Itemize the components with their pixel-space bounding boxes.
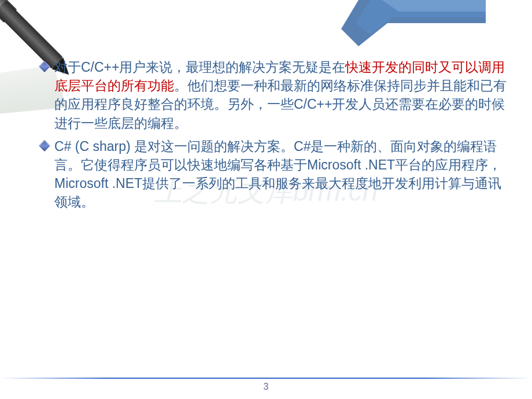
text-prefix: 对于C/C++用户来说，最理想的解决方案无疑是在 <box>54 60 345 75</box>
diamond-bullet-icon <box>39 61 50 72</box>
footer-divider <box>0 378 532 379</box>
page-number: 3 <box>0 382 532 392</box>
bullet-text: 对于C/C++用户来说，最理想的解决方案无疑是在快速开发的同时又可以调用底层平台… <box>54 58 509 132</box>
bullet-item: C# (C sharp) 是对这一问题的解决方案。C#是一种新的、面向对象的编程… <box>40 137 509 212</box>
geometric-shape-icon <box>341 0 486 46</box>
svg-marker-2 <box>382 0 486 12</box>
slide-footer: 3 <box>0 378 532 392</box>
top-decoration <box>341 0 486 46</box>
bullet-item: 对于C/C++用户来说，最理想的解决方案无疑是在快速开发的同时又可以调用底层平台… <box>40 58 509 132</box>
bullet-text: C# (C sharp) 是对这一问题的解决方案。C#是一种新的、面向对象的编程… <box>54 137 509 212</box>
slide-content: 对于C/C++用户来说，最理想的解决方案无疑是在快速开发的同时又可以调用底层平台… <box>40 58 509 216</box>
diamond-bullet-icon <box>39 140 50 152</box>
